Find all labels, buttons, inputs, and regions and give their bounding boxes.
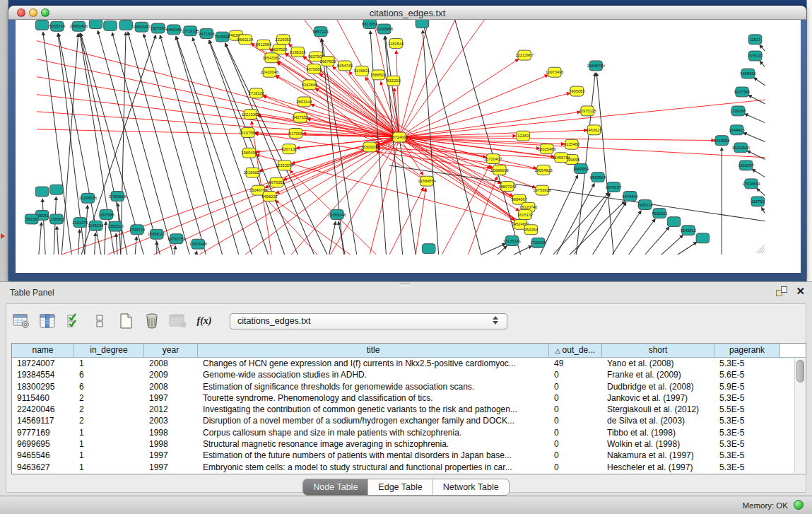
graph-node[interactable]: 1209388 [730,106,746,116]
graph-node[interactable] [89,20,102,29]
graph-node[interactable] [35,187,49,197]
graph-node[interactable]: 2667608 [320,56,336,66]
graph-node[interactable]: 7632621 [652,209,667,218]
graph-node[interactable]: 8912954 [256,40,272,49]
graph-node[interactable]: 15135141 [503,236,522,246]
graph-node[interactable]: 16782759 [167,234,186,244]
graph-node[interactable]: 20206536 [79,193,98,203]
graph-node[interactable]: 9857224 [312,27,329,37]
graph-node[interactable]: 1795723 [129,225,145,235]
graph-node[interactable]: 9245012 [681,226,696,235]
graph-node[interactable]: 10719185 [181,26,199,36]
delete-icon[interactable] [143,312,161,330]
graph-node[interactable]: 19166827 [243,168,261,177]
graph-node[interactable] [696,233,710,243]
graph-node[interactable]: 8186328 [290,47,305,57]
graph-node[interactable]: 2803144 [296,97,312,107]
graph-node[interactable] [667,217,681,227]
graph-node[interactable]: 6466160 [166,25,182,35]
table-row[interactable]: 1938455462009Genome-wide association stu… [12,369,806,380]
graph-node[interactable]: 11817 [748,35,762,45]
graph-node[interactable]: 9227349 [734,87,750,97]
graph-node[interactable]: 17359928 [108,192,126,201]
graph-node[interactable]: 1640954 [573,164,589,174]
graph-node[interactable]: 1145194 [88,221,105,230]
graph-node[interactable]: 917006 [289,128,302,138]
graph-node[interactable]: 21053346 [328,210,346,220]
graph-node[interactable]: 2718126 [249,88,264,98]
table-row[interactable]: 1872400712008Changes of HCN gene express… [12,358,806,369]
graph-node[interactable]: 9474444 [622,192,638,201]
graph-node[interactable]: 4671338 [199,29,214,39]
graph-node[interactable]: 832203 [387,76,400,86]
close-icon[interactable]: ✕ [796,286,805,296]
graph-node[interactable]: 8427552 [293,112,308,122]
graph-node[interactable]: 10025488 [538,144,556,154]
graph-node[interactable]: 39159 [25,214,38,224]
graph-node[interactable]: 1527602 [150,23,165,33]
column-header-title[interactable]: title [198,344,549,357]
table-column-icon[interactable] [38,312,57,330]
tab-network-table[interactable]: Network Table [433,479,509,495]
graph-node[interactable]: 9146821 [354,66,370,76]
tab-edge-table[interactable]: Edge Table [368,479,433,495]
table-row[interactable]: 1456911722003Disruption of a novel membe… [12,415,806,426]
graph-node[interactable]: 16958107 [148,229,166,239]
table-row[interactable]: 946554611997Estimation of the future num… [12,450,806,461]
graph-node[interactable]: 10973493 [546,67,564,77]
graph-node[interactable]: 9329966 [740,69,755,78]
graph-node[interactable]: 1569297 [738,160,753,170]
graph-node[interactable]: 10653287 [133,22,151,32]
graph-node[interactable]: 9355724 [49,21,66,31]
graph-node[interactable]: 18807243 [498,182,517,192]
graph-node[interactable]: 18300295 [360,142,379,152]
column-header-pagerank[interactable]: pagerank [714,344,780,357]
graph-node[interactable]: 8215958 [714,136,729,146]
function-builder-icon[interactable]: f(x) [195,312,213,330]
graph-node[interactable] [422,244,435,254]
graph-node[interactable]: 2226053 [276,35,291,45]
scrollbar-thumb[interactable] [796,360,804,382]
import-table-icon-disabled[interactable] [169,312,187,330]
table-settings-icon[interactable] [12,312,30,330]
graph-node[interactable]: 1097588 [98,210,114,220]
graph-node[interactable]: 8678352 [269,177,284,187]
row-selection-icon[interactable] [90,312,109,330]
graph-node[interactable]: 1182543 [388,38,404,48]
graph-node[interactable]: 1965495 [241,148,257,158]
tab-node-table[interactable]: Node Table [303,479,368,495]
graph-node[interactable] [119,20,133,30]
graph-node[interactable]: 2935114 [637,200,654,210]
graph-node[interactable]: 16107554 [239,128,257,138]
graph-node[interactable]: 252254 [524,225,539,235]
graph-node[interactable]: 7485063 [569,86,584,96]
column-header-in_degree[interactable]: in_degree [74,344,144,357]
new-table-icon[interactable] [117,312,135,330]
table-row[interactable]: 969969511998Structural magnetic resonanc… [12,438,806,450]
graph-node[interactable]: 9463627 [586,125,601,135]
graph-node[interactable]: 16210643 [731,143,750,153]
table-row[interactable]: 1830029562008Estimation of significance … [12,381,806,392]
graph-canvas[interactable]: 9355724206914061065328715276026466160107… [16,20,801,273]
graph-node[interactable]: 1615132 [517,210,533,220]
graph-node[interactable] [50,185,64,194]
graph-node[interactable]: 12213967 [515,50,534,60]
graph-node[interactable]: 9675685 [306,64,322,74]
table-row[interactable]: 2242004622012Investigating the contribut… [12,404,806,415]
graph-node[interactable] [35,20,49,30]
graph-node[interactable]: 1234275 [72,218,88,228]
panel-resize-grip[interactable] [400,283,410,286]
table-row[interactable]: 946362711997Embryonic stem cells: a mode… [12,462,806,473]
graph-node[interactable] [104,21,117,30]
graph-node[interactable]: 16648784 [587,61,605,71]
column-header-short[interactable]: short [602,344,714,357]
table-row[interactable]: 977716911998Corpus callosum shape and si… [12,427,806,438]
column-header-year[interactable]: year [144,344,198,357]
column-header-out_degree[interactable]: △out_de... [549,344,602,357]
graph-node[interactable]: 6879197 [606,182,621,192]
graph-node[interactable]: 12975115 [579,106,596,116]
graph-node[interactable]: 19756928 [533,185,551,195]
select-columns-icon[interactable] [64,312,83,330]
graph-node[interactable]: 1588520 [370,70,386,80]
graph-node[interactable]: 9115460 [564,139,579,149]
